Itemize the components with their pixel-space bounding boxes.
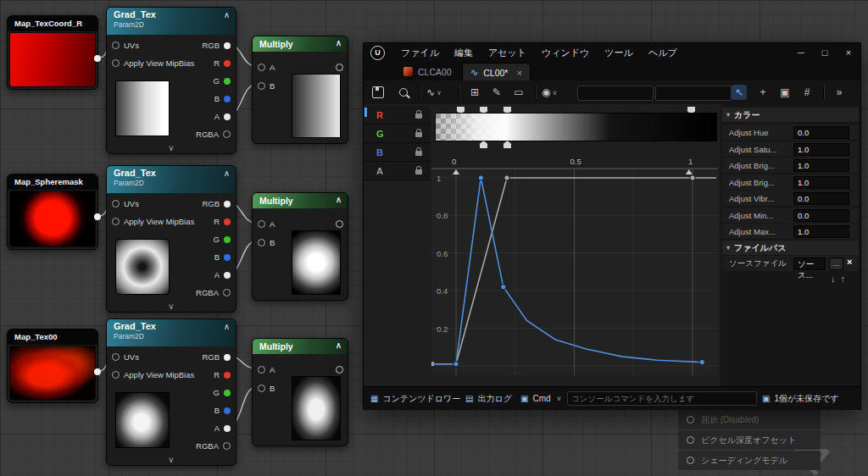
browse-file-button[interactable]: ... [829, 257, 843, 270]
output-pin-g[interactable]: G [214, 384, 231, 401]
toolbar-field-2[interactable] [655, 86, 732, 101]
pin-icon[interactable] [224, 354, 231, 361]
output-pin-b[interactable]: B [214, 248, 231, 266]
channel-row-r[interactable]: R [364, 106, 431, 125]
node-header[interactable]: Multiply∧ [253, 193, 348, 208]
node-header[interactable]: Grad_Tex Param2D ∧ [107, 166, 236, 193]
output-pin-rgb[interactable]: RGB [202, 195, 231, 213]
pin-icon[interactable] [224, 78, 231, 85]
marquee-button[interactable]: ▭ [511, 85, 526, 100]
node-grad-tex-1[interactable]: Grad_Tex Param2D ∧ UVs Apply View MipBia… [106, 7, 236, 154]
tab-cl00[interactable]: ∿ CL00* × [462, 63, 531, 81]
output-pin-b[interactable]: B [214, 90, 231, 108]
output-pin-g[interactable]: G [214, 230, 231, 248]
pin-icon[interactable] [224, 372, 231, 379]
move-tool-button[interactable]: + [755, 85, 771, 100]
collapse-chevron-icon[interactable]: ∧ [224, 10, 230, 19]
property-value-field[interactable]: 0.0 [793, 126, 849, 139]
output-pin-g[interactable]: G [214, 72, 231, 90]
pin-icon[interactable] [258, 239, 265, 246]
output-pin-a[interactable]: A [214, 419, 231, 437]
select-keys-button[interactable]: ⊞ [467, 85, 482, 100]
output-pin-rgba[interactable]: RGBA [196, 437, 231, 455]
curve-key[interactable] [453, 362, 459, 367]
channel-row-b[interactable]: B [364, 143, 431, 162]
node-multiply-1[interactable]: Multiply∧ A B [252, 36, 348, 144]
lock-icon[interactable] [415, 113, 422, 119]
input-pin-a[interactable]: A [258, 58, 275, 76]
node-header[interactable]: Multiply∧ [253, 36, 348, 52]
node-multiply-3[interactable]: Multiply∧ A B [252, 338, 348, 446]
reimport-arrows[interactable]: ↓↑ [831, 274, 850, 284]
material-pin-shading-model[interactable]: シェーディングモデル [678, 451, 821, 470]
node-header[interactable]: Multiply∧ [253, 339, 348, 354]
arrow-up-icon[interactable]: ↑ [841, 274, 851, 284]
pin-icon[interactable] [258, 220, 265, 228]
pin-icon[interactable] [223, 289, 231, 296]
curve-key[interactable] [501, 285, 506, 290]
pin-icon[interactable] [112, 59, 120, 67]
material-graph-canvas[interactable]: Map_TexCoord_R Grad_Tex Param2D ∧ UVs Ap… [0, 0, 868, 476]
property-value-field[interactable]: 1.0 [793, 159, 849, 172]
property-value-field[interactable]: 1.0 [793, 143, 849, 156]
pin-icon[interactable] [224, 407, 231, 414]
pin-icon[interactable] [112, 371, 120, 379]
color-section-header[interactable]: ▾カラー [722, 108, 859, 122]
node-map-spheremask[interactable]: Map_Spheremask [7, 174, 98, 250]
input-pin-b[interactable]: B [258, 379, 275, 397]
pin-icon[interactable] [258, 82, 265, 90]
output-pin-rgb[interactable]: RGB [202, 348, 231, 366]
color-stop-handle[interactable] [479, 141, 488, 149]
window-titlebar[interactable]: U ファイル 編集 アセット ウィンドウ ツール ヘルプ ─ □ × [364, 43, 860, 62]
lock-icon[interactable] [415, 151, 422, 156]
output-pin[interactable] [336, 220, 343, 228]
pin-icon[interactable] [112, 218, 120, 225]
menu-window[interactable]: ウィンドウ [534, 43, 597, 62]
property-value-field[interactable]: 1.0 [793, 225, 849, 238]
pin-icon[interactable] [112, 353, 120, 361]
pin-icon[interactable] [224, 236, 231, 243]
input-pin-uvs[interactable]: UVs [112, 36, 139, 54]
output-pin[interactable] [94, 55, 101, 62]
pin-icon[interactable] [258, 64, 265, 71]
curve-tool-dropdown[interactable]: ∿∨ [426, 85, 442, 100]
curve-key[interactable] [504, 175, 509, 180]
menu-help[interactable]: ヘルプ [641, 43, 685, 62]
pin-icon[interactable] [112, 42, 120, 49]
collapse-chevron-icon[interactable]: ∧ [336, 38, 342, 47]
pin-icon[interactable] [224, 272, 231, 279]
curve-plot-svg[interactable] [431, 157, 718, 386]
pin-icon[interactable] [224, 201, 231, 208]
cmd-dropdown[interactable]: ▣Cmd∨ [520, 387, 561, 410]
material-pin-refraction[interactable]: 屈折 (Disabled) [678, 410, 821, 429]
menu-edit[interactable]: 編集 [447, 43, 481, 62]
expand-chevron-icon[interactable]: ∨ [107, 455, 236, 464]
filepath-section-header[interactable]: ▾ファイルパス [722, 241, 859, 255]
output-pin-r[interactable]: R [214, 213, 231, 230]
tab-clca00[interactable]: CLCA00 [396, 63, 459, 80]
pin-icon[interactable] [224, 60, 231, 67]
close-button[interactable]: × [837, 43, 860, 62]
node-map-texcoord-r[interactable]: Map_TexCoord_R [7, 15, 98, 90]
minimize-button[interactable]: ─ [789, 43, 813, 62]
pin-icon[interactable] [687, 416, 694, 423]
gradient-strip[interactable] [435, 113, 717, 141]
pin-icon[interactable] [224, 425, 231, 432]
input-pin-a[interactable]: A [258, 361, 275, 379]
node-grad-tex-3[interactable]: Grad_Tex Param2D ∧ UVs Apply View MipBia… [106, 318, 236, 466]
color-stop-handle[interactable] [503, 141, 512, 149]
curve-plot[interactable]: 00.51 10.80.60.40.2 [431, 157, 718, 386]
input-pin-mipbias[interactable]: Apply View MipBias [112, 54, 194, 72]
output-pin[interactable] [94, 213, 101, 220]
menu-tools[interactable]: ツール [597, 43, 641, 62]
input-pin-mipbias[interactable]: Apply View MipBias [112, 213, 194, 230]
menu-file[interactable]: ファイル [393, 43, 447, 62]
collapse-chevron-icon[interactable]: ∧ [224, 169, 230, 178]
pin-icon[interactable] [224, 254, 231, 261]
arrow-down-icon[interactable]: ↓ [831, 274, 841, 284]
pin-icon[interactable] [224, 390, 231, 396]
clear-file-icon[interactable]: × [847, 257, 852, 267]
browse-button[interactable] [396, 85, 411, 100]
material-pin-pixel-depth-offset[interactable]: ピクセル深度オフセット [678, 430, 821, 450]
pin-icon[interactable] [112, 200, 120, 208]
